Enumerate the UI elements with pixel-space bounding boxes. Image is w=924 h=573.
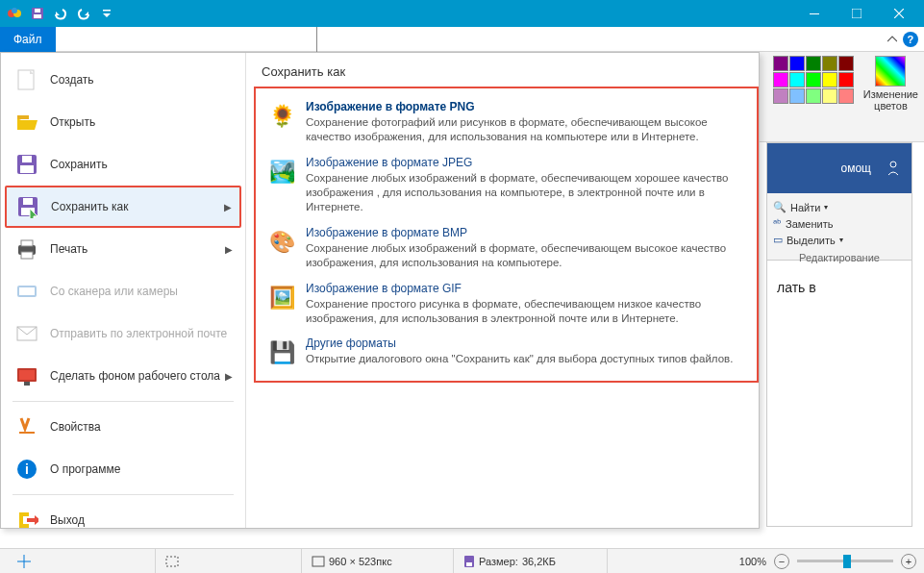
color-swatch[interactable] <box>789 72 805 87</box>
menu-label: Со сканера или камеры <box>50 285 178 298</box>
submenu-title: Сохранить как <box>254 61 759 87</box>
menu-item-print[interactable]: Печать▶ <box>5 228 241 270</box>
color-swatch[interactable] <box>822 72 837 87</box>
svg-rect-19 <box>21 240 33 246</box>
color-swatch[interactable] <box>838 72 854 87</box>
format-desc: Сохранение любых изображений в формате, … <box>306 171 747 214</box>
color-swatch[interactable] <box>806 72 821 87</box>
color-swatch[interactable] <box>773 72 788 87</box>
svg-point-2 <box>12 8 17 13</box>
quick-access-toolbar <box>4 3 117 24</box>
share-icon[interactable] <box>885 160 902 177</box>
color-swatch[interactable] <box>773 56 788 71</box>
redo-icon[interactable] <box>73 3 94 24</box>
color-wheel-icon <box>875 56 906 87</box>
maximize-button[interactable] <box>836 0 878 27</box>
saveas-option-3[interactable]: 🖼️Изображение в формате GIFСохранение пр… <box>262 276 751 332</box>
svg-rect-5 <box>35 9 40 12</box>
menu-item-props[interactable]: Свойства <box>5 406 241 448</box>
replace-button[interactable]: ᵃᵇЗаменить <box>773 215 906 232</box>
menu-item-about[interactable]: iО программе <box>5 448 241 490</box>
select-button[interactable]: ▭Выделить ▾ <box>773 232 906 248</box>
edit-colors-button[interactable]: Изменение цветов <box>863 52 918 141</box>
save-icon <box>13 151 40 178</box>
color-swatch[interactable] <box>838 88 854 104</box>
find-button[interactable]: 🔍Найти ▾ <box>773 199 906 215</box>
menu-label: Свойства <box>50 420 101 434</box>
exit-icon <box>13 507 40 534</box>
format-icon: 🎨 <box>265 226 298 259</box>
color-swatch[interactable] <box>806 88 821 104</box>
saveas-submenu: Сохранить как 🌻Изображение в формате PNG… <box>245 53 759 528</box>
color-swatch[interactable] <box>806 56 821 71</box>
undo-icon[interactable] <box>50 3 71 24</box>
dimensions-icon <box>312 556 325 567</box>
help-icon[interactable]: ? <box>903 32 918 47</box>
close-button[interactable] <box>878 0 920 27</box>
selection-icon <box>165 556 179 567</box>
saveas-option-0[interactable]: 🌻Изображение в формате PNGСохранение фот… <box>262 94 751 150</box>
format-desc: Сохранение простого рисунка в формате, о… <box>306 297 747 326</box>
color-swatch[interactable] <box>773 88 788 104</box>
props-icon <box>13 413 40 440</box>
svg-rect-6 <box>103 10 111 12</box>
menu-item-wallpaper[interactable]: Сделать фоном рабочего стола▶ <box>5 355 241 397</box>
zoom-slider[interactable] <box>797 560 893 562</box>
collapse-ribbon-icon[interactable] <box>887 35 897 44</box>
color-swatch[interactable] <box>822 56 837 71</box>
format-title: Изображение в формате GIF <box>306 282 747 295</box>
cursor-position <box>8 549 156 573</box>
open-icon <box>13 109 40 136</box>
svg-point-9 <box>890 162 896 167</box>
disk-icon <box>463 555 475 568</box>
scanner-icon <box>13 278 40 305</box>
menu-label: Сохранить <box>50 158 108 171</box>
saveas-icon <box>14 193 41 220</box>
svg-rect-30 <box>312 557 324 566</box>
menu-label: О программе <box>50 462 120 476</box>
word-editing-group: 🔍Найти ▾ ᵃᵇЗаменить ▭Выделить ▾ Редактир… <box>767 193 912 261</box>
menu-item-save[interactable]: Сохранить <box>5 143 241 186</box>
saveas-option-1[interactable]: 🏞️Изображение в формате JPEGСохранение л… <box>262 150 751 220</box>
format-title: Изображение в формате JPEG <box>306 156 747 169</box>
app-icon[interactable] <box>4 3 25 24</box>
file-menu-items: СоздатьОткрытьСохранитьСохранить как▶Печ… <box>1 53 245 528</box>
minimize-button[interactable] <box>793 0 836 27</box>
color-swatch[interactable] <box>789 56 805 71</box>
menu-item-saveas[interactable]: Сохранить как▶ <box>5 186 241 228</box>
chevron-right-icon: ▶ <box>225 371 233 382</box>
svg-rect-25 <box>19 370 35 380</box>
saveas-option-2[interactable]: 🎨Изображение в формате BMPСохранение люб… <box>262 220 751 276</box>
format-desc: Сохранение фотографий или рисунков в фор… <box>306 115 747 144</box>
format-icon: 🏞️ <box>265 156 298 188</box>
saveas-option-4[interactable]: 💾Другие форматыОткрытие диалогового окна… <box>262 331 751 375</box>
color-swatch[interactable] <box>789 88 805 104</box>
wallpaper-icon <box>13 362 40 389</box>
word-document-text: лать в <box>767 261 912 314</box>
chevron-right-icon: ▶ <box>224 202 232 212</box>
menu-item-email: Отправить по электронной почте <box>5 312 241 355</box>
menu-item-scanner: Со сканера или камеры <box>5 270 241 312</box>
zoom-in-button[interactable]: + <box>901 554 916 569</box>
statusbar: 960 × 523пкс Размер: 36,2КБ 100% − + <box>0 548 924 573</box>
menu-label: Выход <box>50 513 85 527</box>
file-size: Размер: 36,2КБ <box>454 549 608 573</box>
svg-rect-26 <box>24 382 30 386</box>
zoom-controls: 100% − + <box>739 554 916 569</box>
word-help-tab[interactable]: омощ <box>841 162 871 175</box>
word-titlebar: омощ <box>767 143 912 193</box>
svg-rect-8 <box>852 9 862 18</box>
color-swatch[interactable] <box>822 88 837 104</box>
svg-text:i: i <box>25 461 29 477</box>
ribbon-tabs: Файл ? <box>0 27 924 52</box>
menu-item-exit[interactable]: Выход <box>5 499 241 541</box>
save-icon[interactable] <box>27 3 48 24</box>
zoom-out-button[interactable]: − <box>774 554 789 569</box>
file-tab[interactable]: Файл <box>0 27 56 52</box>
format-icon: 💾 <box>265 336 298 369</box>
menu-item-open[interactable]: Открыть <box>5 101 241 143</box>
color-swatch[interactable] <box>838 56 854 71</box>
menu-item-new[interactable]: Создать <box>5 59 241 101</box>
qat-dropdown-icon[interactable] <box>96 3 117 24</box>
about-icon: i <box>13 456 40 483</box>
